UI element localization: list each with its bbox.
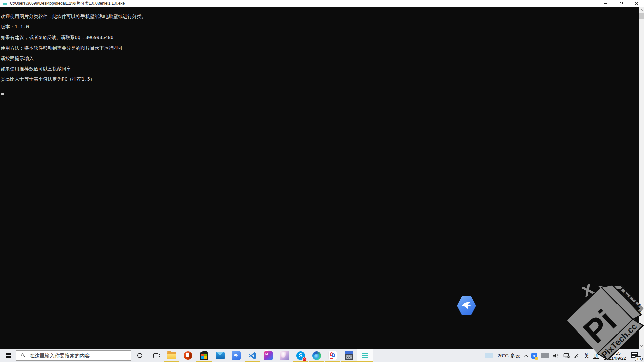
minimize-button[interactable] <box>598 0 613 7</box>
taskbar-app-mail[interactable] <box>212 349 228 362</box>
taskbar-clock[interactable]: 20:552021/09/22 <box>601 349 629 362</box>
pen-ink-icon <box>574 353 580 358</box>
system-tray: 26°C 多云 ★ 英 拼 <box>483 349 644 362</box>
calculator-icon <box>345 351 353 360</box>
file-explorer-icon <box>167 352 176 359</box>
restore-button[interactable] <box>613 0 629 7</box>
close-icon <box>635 2 638 5</box>
console-line: 欢迎使用图片分类软件，此软件可以将手机壁纸和电脑壁纸进行分类。 <box>1 11 146 22</box>
translator-star-icon: ★ <box>531 353 537 359</box>
app-menu-icon[interactable] <box>3 2 7 5</box>
taskbar-app-thunder[interactable] <box>228 349 244 362</box>
weather-text[interactable]: 26°C 多云 <box>495 349 522 362</box>
taskbar-app-microsoft-store[interactable] <box>196 349 212 362</box>
scroll-up-arrow[interactable] <box>639 7 644 13</box>
task-view-button[interactable] <box>148 349 164 362</box>
thunder-bird-icon <box>461 300 473 311</box>
taskbar-search-box[interactable] <box>16 350 131 361</box>
console-titlebar: C:\Users\30699\Desktop\diedai1.2\图片分类1.0… <box>0 0 644 7</box>
console-line: 宽高比大于等于某个值认定为PC（推荐1.5） <box>1 74 146 85</box>
taskbar-app-rings[interactable] <box>325 349 341 362</box>
console-line: 如果有建议，或者bug反馈。请联系QQ：3069935480 <box>1 33 146 43</box>
task-view-icon <box>153 353 158 358</box>
edge-icon <box>312 351 321 360</box>
language-label: 英 <box>584 353 589 359</box>
network-tray-button[interactable] <box>561 349 572 362</box>
restore-icon <box>620 2 623 5</box>
console-cursor <box>1 93 4 95</box>
taskbar: IJ S 26°C 多云 ★ <box>0 349 644 362</box>
clock-time: 20:55 <box>604 351 626 356</box>
anime-picture-icon <box>280 351 289 360</box>
console-scrollbar[interactable] <box>639 7 644 349</box>
console-line: 使用方法：将本软件移动到需要分类的图片目录下运行即可 <box>1 43 146 53</box>
weather-cloud-icon <box>485 353 493 358</box>
ime-label: 拼 <box>593 353 599 359</box>
cortana-button[interactable] <box>131 349 148 362</box>
taskbar-app-skype[interactable]: S <box>292 349 309 362</box>
taskbar-app-fenlei-console[interactable] <box>357 349 373 362</box>
console-line: 版本：1.1.0 <box>1 22 146 32</box>
speaker-icon <box>553 353 559 358</box>
window-controls <box>598 0 644 7</box>
console-line: 请按照提示输入 <box>1 53 146 64</box>
windows-logo-icon <box>6 353 11 358</box>
thunder-icon <box>232 351 241 360</box>
skype-signout-badge <box>302 357 307 361</box>
office-icon <box>184 351 192 360</box>
ethernet-icon <box>563 353 570 358</box>
taskbar-app-vscode[interactable] <box>244 349 260 362</box>
minimize-icon <box>604 3 607 3</box>
search-icon <box>21 353 26 358</box>
microsoft-store-icon <box>200 352 208 360</box>
action-center-button[interactable]: 10 <box>629 349 644 362</box>
scroll-down-arrow[interactable] <box>639 342 644 348</box>
rings-app-icon <box>328 351 337 360</box>
search-input[interactable] <box>30 353 123 358</box>
start-button[interactable] <box>0 349 16 362</box>
onedrive-tray-button[interactable] <box>539 349 551 362</box>
weather-button[interactable] <box>483 349 495 362</box>
taskbar-app-anime-pictures[interactable] <box>276 349 292 362</box>
volume-tray-button[interactable] <box>551 349 561 362</box>
fenlei-console-icon <box>362 353 368 358</box>
chevron-up-icon <box>639 9 643 12</box>
chevron-up-icon <box>524 354 528 359</box>
window-title: C:\Users\30699\Desktop\diedai1.2\图片分类1.0… <box>10 1 125 6</box>
intellij-icon: IJ <box>264 351 273 360</box>
taskbar-app-edge[interactable] <box>309 349 325 362</box>
taskbar-app-file-explorer[interactable] <box>164 349 180 362</box>
ime-indicator[interactable]: 拼 <box>591 349 601 362</box>
chevron-down-icon <box>639 343 643 346</box>
cortana-icon <box>137 353 142 358</box>
console-output: 欢迎使用图片分类软件，此软件可以将手机壁纸和电脑壁纸进行分类。版本：1.1.0如… <box>1 11 146 85</box>
onedrive-cloud-icon <box>541 353 549 358</box>
translator-tray-button[interactable]: ★ <box>529 349 539 362</box>
windows-ink-tray-button[interactable] <box>572 349 582 362</box>
vscode-icon <box>248 351 257 360</box>
close-button[interactable] <box>629 0 644 7</box>
taskbar-app-calculator[interactable] <box>341 349 357 362</box>
language-indicator[interactable]: 英 <box>582 349 591 362</box>
weather-condition: 多云 <box>510 353 520 358</box>
taskbar-app-office[interactable] <box>180 349 196 362</box>
taskbar-app-intellij[interactable]: IJ <box>260 349 276 362</box>
notification-count-badge: 10 <box>635 356 643 361</box>
clock-date: 2021/09/22 <box>604 356 626 361</box>
console-window[interactable]: 欢迎使用图片分类软件，此软件可以将手机壁纸和电脑壁纸进行分类。版本：1.1.0如… <box>0 7 639 349</box>
console-line: 如果使用推荐数值可以直接敲回车 <box>1 64 146 74</box>
weather-temp: 26°C <box>497 353 509 358</box>
tray-overflow-button[interactable] <box>522 349 529 362</box>
scrollbar-thumb[interactable] <box>639 13 644 19</box>
mail-icon <box>216 352 225 359</box>
